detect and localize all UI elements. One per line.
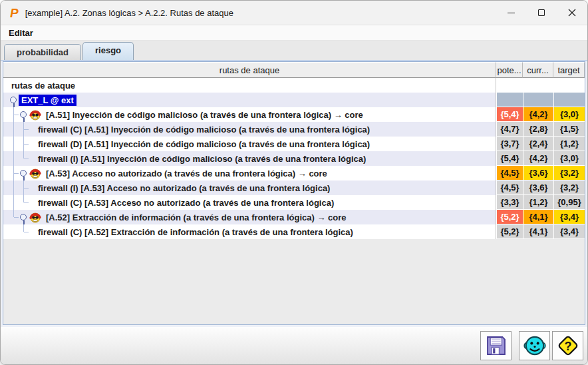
tree-connector	[19, 151, 29, 166]
tree-connector	[9, 166, 19, 181]
help-button[interactable]: ?	[552, 331, 583, 360]
value-cell[interactable]: {3,0}	[553, 107, 585, 122]
value-cell[interactable]: {4,5}	[496, 181, 523, 195]
title-bar: P [example] A.2. Zonas lógicas > A.2.2. …	[1, 1, 587, 25]
tree-table-body: rutas de ataque EXT_L @ ext [A.51] Inyec…	[3, 78, 585, 239]
value-cell[interactable]: {4,2}	[523, 151, 553, 166]
tree-node-label[interactable]: rutas de ataque	[9, 80, 78, 91]
table-row[interactable]: EXT_L @ ext	[3, 93, 585, 107]
table-row[interactable]: [A.53] Acceso no autorizado (a través de…	[3, 166, 585, 181]
value-cell[interactable]: {3,3}	[496, 195, 523, 210]
table-row[interactable]: [A.52] Extracción de información (a trav…	[3, 210, 585, 224]
value-cell[interactable]: {3,2}	[553, 166, 585, 181]
tree-expand-handle[interactable]	[19, 210, 29, 224]
value-cell[interactable]: {1,2}	[523, 195, 553, 210]
value-cell[interactable]: {3,7}	[496, 137, 523, 151]
tree-connector	[9, 151, 19, 166]
tree-node-label[interactable]: EXT_L @ ext	[19, 95, 76, 106]
menu-item-editar[interactable]: Editar	[1, 28, 40, 38]
column-header-potencial[interactable]: pote...	[496, 62, 523, 78]
value-cell[interactable]: {4,7}	[496, 122, 523, 137]
tree-connector	[19, 122, 29, 137]
tree-connector	[9, 195, 19, 210]
value-cell[interactable]: {0,95}	[553, 195, 585, 210]
app-window: P [example] A.2. Zonas lógicas > A.2.2. …	[0, 0, 588, 365]
tree-cell: firewall (C) [A.53] Acceso no autorizado…	[3, 195, 496, 210]
value-cell[interactable]: {3,6}	[523, 181, 553, 195]
table-row[interactable]: firewall (C) [A.52] Extracción de inform…	[3, 224, 585, 239]
table-row[interactable]: [A.51] Inyección de código malicioso (a …	[3, 107, 585, 122]
mood-indicator-button[interactable]	[519, 331, 550, 360]
tree-node-label[interactable]: firewall (C) [A.53] Acceso no autorizado…	[35, 197, 337, 208]
tree-node-label[interactable]: [A.52] Extracción de información (a trav…	[43, 212, 349, 223]
table-row[interactable]: firewall (D) [A.51] Inyección de código …	[3, 137, 585, 151]
tree-connector	[19, 137, 29, 151]
value-cell[interactable]	[553, 93, 585, 107]
tree-cell: firewall (C) [A.52] Extracción de inform…	[3, 224, 496, 239]
tab-riesgo[interactable]: riesgo	[82, 42, 134, 60]
value-cell[interactable]: {4,1}	[523, 224, 553, 239]
tab-probabilidad[interactable]: probabilidad	[4, 44, 81, 60]
tree-node-label[interactable]: firewall (I) [A.53] Acceso no autorizado…	[35, 182, 333, 194]
value-cell[interactable]: {3,4}	[553, 210, 585, 224]
value-cell[interactable]: {5,4}	[496, 151, 523, 166]
tree-cell: firewall (I) [A.53] Acceso no autorizado…	[3, 181, 496, 195]
tree-connector	[9, 210, 19, 224]
value-cell[interactable]	[496, 78, 523, 93]
value-cell[interactable]: {4,2}	[523, 107, 553, 122]
tree-cell: firewall (C) [A.51] Inyección de código …	[3, 122, 496, 137]
value-cell[interactable]: {1,2}	[553, 137, 585, 151]
help-icon: ?	[557, 334, 579, 357]
value-cell[interactable]: {3,4}	[553, 224, 585, 239]
table-row[interactable]: firewall (I) [A.51] Inyección de código …	[3, 151, 585, 166]
value-cell[interactable]: {2,4}	[523, 137, 553, 151]
tree-connector	[19, 181, 29, 195]
value-cell[interactable]	[523, 93, 553, 107]
save-button[interactable]	[480, 331, 512, 360]
tree-expand-handle[interactable]	[19, 107, 29, 122]
value-cell[interactable]: {4,1}	[523, 210, 553, 224]
value-cell[interactable]: {5,4}	[496, 107, 523, 122]
close-button[interactable]	[557, 1, 587, 25]
tree-node-label[interactable]: [A.53] Acceso no autorizado (a través de…	[43, 168, 330, 179]
tree-cell: rutas de ataque	[3, 78, 496, 93]
column-header-target[interactable]: target	[553, 62, 585, 78]
tree-expand-handle[interactable]	[19, 166, 29, 181]
value-cell[interactable]: {3,6}	[523, 166, 553, 181]
table-header-row: rutas de ataque pote... curr... target	[3, 62, 585, 78]
tree-connector	[9, 107, 19, 122]
app-logo-p-icon: P	[10, 7, 19, 19]
tree-node-label[interactable]: firewall (I) [A.51] Inyección de código …	[35, 153, 368, 165]
value-cell[interactable]: {2,8}	[523, 122, 553, 137]
attacker-face-icon	[29, 109, 41, 121]
tree-node-label[interactable]: firewall (D) [A.51] Inyección de código …	[35, 139, 372, 150]
maximize-button[interactable]	[526, 1, 557, 25]
column-header-current[interactable]: curr...	[523, 62, 553, 78]
value-cell[interactable]	[523, 78, 553, 93]
tree-connector	[9, 137, 19, 151]
smiley-face-icon	[523, 334, 546, 357]
value-cell[interactable]: {4,5}	[496, 166, 523, 181]
value-cell[interactable]	[553, 78, 585, 93]
value-cell[interactable]: {5,2}	[496, 210, 523, 224]
window-title: [example] A.2. Zonas lógicas > A.2.2. Ru…	[25, 8, 233, 18]
minimize-button[interactable]	[496, 1, 526, 25]
value-cell[interactable]: {3,0}	[553, 151, 585, 166]
table-row[interactable]: firewall (C) [A.51] Inyección de código …	[3, 122, 585, 137]
tree-cell: firewall (I) [A.51] Inyección de código …	[3, 151, 496, 166]
table-row[interactable]: rutas de ataque	[3, 78, 585, 93]
value-cell[interactable]: {3,2}	[553, 181, 585, 195]
table-empty-area	[3, 239, 585, 324]
table-row[interactable]: firewall (I) [A.53] Acceso no autorizado…	[3, 181, 585, 195]
table-row[interactable]: firewall (C) [A.53] Acceso no autorizado…	[3, 195, 585, 210]
value-cell[interactable]: {5,2}	[496, 224, 523, 239]
tree-expand-handle[interactable]	[9, 93, 19, 107]
value-cell[interactable]: {1,5}	[553, 122, 585, 137]
tree-node-label[interactable]: [A.51] Inyección de código malicioso (a …	[43, 109, 366, 121]
window-controls	[496, 1, 587, 25]
tree-cell: EXT_L @ ext	[3, 93, 496, 107]
column-header-rutas-de-ataque[interactable]: rutas de ataque	[3, 62, 496, 78]
tree-node-label[interactable]: firewall (C) [A.51] Inyección de código …	[35, 124, 372, 135]
value-cell[interactable]	[496, 93, 523, 107]
tree-node-label[interactable]: firewall (C) [A.52] Extracción de inform…	[35, 226, 356, 238]
